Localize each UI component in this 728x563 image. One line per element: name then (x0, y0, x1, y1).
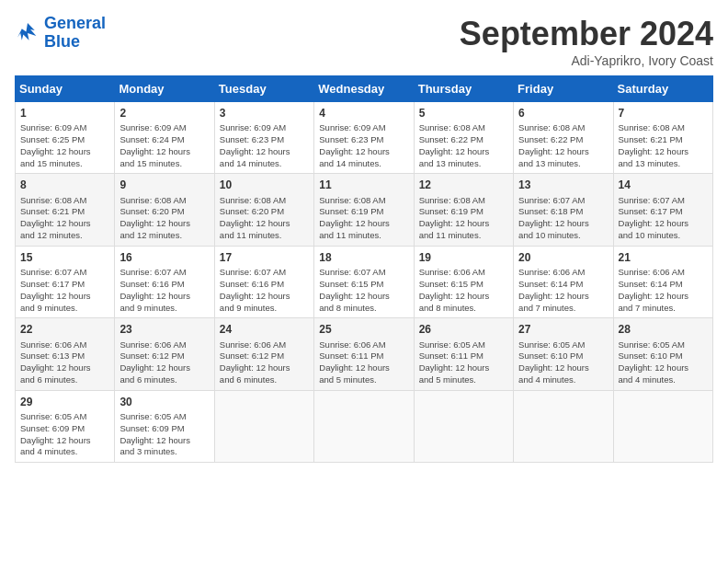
day-number: 11 (319, 178, 408, 192)
header-wednesday: Wednesday (314, 76, 414, 102)
day-info: Sunrise: 6:05 AM Sunset: 6:09 PM Dayligh… (20, 411, 109, 458)
day-number: 22 (20, 322, 109, 337)
calendar-cell: 25Sunrise: 6:06 AM Sunset: 6:11 PM Dayli… (314, 318, 414, 390)
day-number: 9 (119, 178, 209, 192)
calendar-cell: 27Sunrise: 6:05 AM Sunset: 6:10 PM Dayli… (514, 318, 613, 390)
days-header-row: Sunday Monday Tuesday Wednesday Thursday… (16, 76, 713, 102)
day-number: 7 (619, 106, 708, 121)
calendar-cell: 13Sunrise: 6:07 AM Sunset: 6:18 PM Dayli… (514, 174, 613, 246)
calendar-cell: 24Sunrise: 6:06 AM Sunset: 6:12 PM Dayli… (214, 318, 313, 390)
page-header: General Blue September 2024 Adi-Yaprikro… (15, 15, 713, 68)
calendar-cell: 17Sunrise: 6:07 AM Sunset: 6:16 PM Dayli… (214, 246, 313, 317)
day-info: Sunrise: 6:05 AM Sunset: 6:10 PM Dayligh… (518, 339, 608, 386)
day-number: 25 (319, 322, 408, 337)
day-info: Sunrise: 6:05 AM Sunset: 6:10 PM Dayligh… (619, 339, 708, 386)
calendar-cell: 10Sunrise: 6:08 AM Sunset: 6:20 PM Dayli… (214, 174, 313, 246)
day-info: Sunrise: 6:07 AM Sunset: 6:17 PM Dayligh… (619, 195, 708, 242)
day-number: 1 (20, 106, 109, 121)
day-info: Sunrise: 6:08 AM Sunset: 6:20 PM Dayligh… (220, 195, 309, 242)
day-number: 29 (20, 395, 109, 409)
day-info: Sunrise: 6:06 AM Sunset: 6:14 PM Dayligh… (619, 267, 708, 314)
day-number: 12 (419, 178, 508, 192)
day-info: Sunrise: 6:08 AM Sunset: 6:20 PM Dayligh… (119, 195, 209, 242)
day-number: 13 (518, 178, 608, 192)
calendar-cell: 8Sunrise: 6:08 AM Sunset: 6:21 PM Daylig… (16, 174, 115, 246)
svg-marker-0 (17, 23, 36, 40)
calendar-cell: 30Sunrise: 6:05 AM Sunset: 6:09 PM Dayli… (115, 390, 214, 462)
logo-blue: Blue (44, 32, 80, 51)
day-info: Sunrise: 6:07 AM Sunset: 6:17 PM Dayligh… (20, 267, 109, 314)
day-info: Sunrise: 6:09 AM Sunset: 6:25 PM Dayligh… (20, 122, 109, 169)
logo-general: General (44, 14, 106, 32)
day-number: 14 (619, 178, 708, 192)
day-info: Sunrise: 6:07 AM Sunset: 6:18 PM Dayligh… (518, 195, 608, 242)
day-info: Sunrise: 6:08 AM Sunset: 6:21 PM Dayligh… (20, 195, 109, 242)
day-info: Sunrise: 6:08 AM Sunset: 6:22 PM Dayligh… (419, 122, 508, 169)
calendar-cell: 26Sunrise: 6:05 AM Sunset: 6:11 PM Dayli… (414, 318, 513, 390)
calendar-cell: 14Sunrise: 6:07 AM Sunset: 6:17 PM Dayli… (613, 174, 712, 246)
calendar-cell: 28Sunrise: 6:05 AM Sunset: 6:10 PM Dayli… (613, 318, 712, 390)
day-info: Sunrise: 6:07 AM Sunset: 6:15 PM Dayligh… (319, 267, 408, 314)
calendar-cell: 22Sunrise: 6:06 AM Sunset: 6:13 PM Dayli… (16, 318, 115, 390)
day-info: Sunrise: 6:08 AM Sunset: 6:21 PM Dayligh… (619, 122, 708, 169)
header-monday: Monday (115, 76, 214, 102)
title-block: September 2024 Adi-Yaprikro, Ivory Coast (460, 15, 713, 68)
day-number: 26 (419, 322, 508, 337)
location-subtitle: Adi-Yaprikro, Ivory Coast (460, 53, 713, 68)
logo: General Blue (15, 15, 106, 52)
day-number: 8 (20, 178, 109, 192)
day-info: Sunrise: 6:06 AM Sunset: 6:15 PM Dayligh… (419, 267, 508, 314)
calendar-cell: 29Sunrise: 6:05 AM Sunset: 6:09 PM Dayli… (16, 390, 115, 462)
calendar-cell: 20Sunrise: 6:06 AM Sunset: 6:14 PM Dayli… (514, 246, 613, 317)
calendar-week-row: 1Sunrise: 6:09 AM Sunset: 6:25 PM Daylig… (16, 102, 713, 174)
day-info: Sunrise: 6:06 AM Sunset: 6:14 PM Dayligh… (518, 267, 608, 314)
day-info: Sunrise: 6:06 AM Sunset: 6:12 PM Dayligh… (119, 339, 209, 386)
day-info: Sunrise: 6:08 AM Sunset: 6:19 PM Dayligh… (419, 195, 508, 242)
day-number: 18 (319, 250, 408, 265)
day-number: 16 (119, 250, 209, 265)
header-saturday: Saturday (613, 76, 712, 102)
calendar-table: Sunday Monday Tuesday Wednesday Thursday… (15, 75, 713, 463)
day-number: 3 (220, 106, 309, 121)
calendar-cell (414, 390, 513, 462)
calendar-cell: 21Sunrise: 6:06 AM Sunset: 6:14 PM Dayli… (613, 246, 712, 317)
day-number: 10 (220, 178, 309, 192)
day-number: 28 (619, 322, 708, 337)
header-thursday: Thursday (414, 76, 513, 102)
day-info: Sunrise: 6:09 AM Sunset: 6:24 PM Dayligh… (119, 122, 209, 169)
day-number: 24 (220, 322, 309, 337)
calendar-cell: 5Sunrise: 6:08 AM Sunset: 6:22 PM Daylig… (414, 102, 513, 174)
day-info: Sunrise: 6:09 AM Sunset: 6:23 PM Dayligh… (319, 122, 408, 169)
day-number: 30 (119, 395, 209, 409)
day-info: Sunrise: 6:08 AM Sunset: 6:19 PM Dayligh… (319, 195, 408, 242)
day-number: 17 (220, 250, 309, 265)
day-number: 4 (319, 106, 408, 121)
day-number: 21 (619, 250, 708, 265)
day-info: Sunrise: 6:05 AM Sunset: 6:11 PM Dayligh… (419, 339, 508, 386)
day-number: 6 (518, 106, 608, 121)
calendar-cell: 19Sunrise: 6:06 AM Sunset: 6:15 PM Dayli… (414, 246, 513, 317)
calendar-cell: 18Sunrise: 6:07 AM Sunset: 6:15 PM Dayli… (314, 246, 414, 317)
day-info: Sunrise: 6:07 AM Sunset: 6:16 PM Dayligh… (220, 267, 309, 314)
calendar-week-row: 8Sunrise: 6:08 AM Sunset: 6:21 PM Daylig… (16, 174, 713, 246)
logo-icon (15, 20, 40, 46)
calendar-cell: 6Sunrise: 6:08 AM Sunset: 6:22 PM Daylig… (514, 102, 613, 174)
calendar-cell: 9Sunrise: 6:08 AM Sunset: 6:20 PM Daylig… (115, 174, 214, 246)
calendar-cell: 4Sunrise: 6:09 AM Sunset: 6:23 PM Daylig… (314, 102, 414, 174)
day-number: 27 (518, 322, 608, 337)
day-info: Sunrise: 6:05 AM Sunset: 6:09 PM Dayligh… (119, 411, 209, 458)
day-info: Sunrise: 6:06 AM Sunset: 6:13 PM Dayligh… (20, 339, 109, 386)
day-info: Sunrise: 6:09 AM Sunset: 6:23 PM Dayligh… (220, 122, 309, 169)
calendar-cell: 7Sunrise: 6:08 AM Sunset: 6:21 PM Daylig… (613, 102, 712, 174)
day-number: 2 (119, 106, 209, 121)
day-number: 20 (518, 250, 608, 265)
header-friday: Friday (514, 76, 613, 102)
day-info: Sunrise: 6:08 AM Sunset: 6:22 PM Dayligh… (518, 122, 608, 169)
calendar-cell: 2Sunrise: 6:09 AM Sunset: 6:24 PM Daylig… (115, 102, 214, 174)
calendar-cell: 1Sunrise: 6:09 AM Sunset: 6:25 PM Daylig… (16, 102, 115, 174)
calendar-cell (214, 390, 313, 462)
calendar-cell: 15Sunrise: 6:07 AM Sunset: 6:17 PM Dayli… (16, 246, 115, 317)
day-number: 19 (419, 250, 508, 265)
calendar-cell: 11Sunrise: 6:08 AM Sunset: 6:19 PM Dayli… (314, 174, 414, 246)
day-info: Sunrise: 6:06 AM Sunset: 6:12 PM Dayligh… (220, 339, 309, 386)
